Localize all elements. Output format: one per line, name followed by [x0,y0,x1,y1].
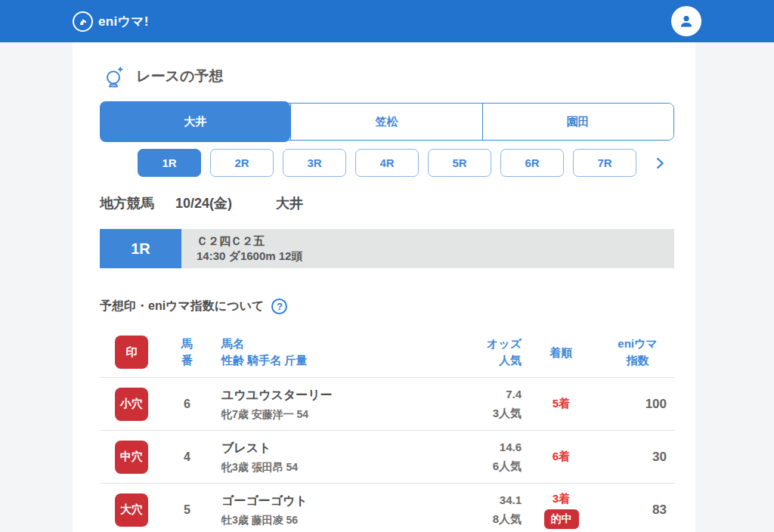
horse-number: 4 [163,450,212,464]
tab-label: 大井 [184,115,206,129]
odds-popularity: 3人気 [465,405,522,422]
app-header: eniウマ! [0,0,774,42]
odds-cell: 34.1 8人気 [465,492,522,528]
race-tab-7r[interactable]: 7R [573,149,636,177]
race-number-badge: 1R [100,229,181,268]
table-header-row: 印 馬 番 馬名 性齢 騎手名 斤量 オッズ 人気 着順 eniウマ 指数 [100,327,674,378]
race-tab-4r[interactable]: 4R [355,149,419,177]
index-value: 83 [601,503,674,518]
table-row[interactable]: 中穴 4 ブレスト 牝3歳 張田昂 54 14.6 6人気 6着 30 [100,431,674,484]
horse-detail: 牡3歳 藤田凌 56 [221,512,465,528]
header-horse-name: 馬名 性齢 騎手名 斤量 [212,336,465,370]
mark-badge: 中穴 [115,441,148,474]
help-question-icon[interactable]: ? [271,298,287,314]
race-info-body: Ｃ２四Ｃ２五 14:30 ダ1600m 12頭 [181,229,674,268]
race-tab-2r[interactable]: 2R [210,149,274,177]
horse-logo-icon [73,11,93,32]
race-number-tabs: 1R 2R 3R 4R 5R 6R 7R [138,149,674,177]
result-cell: 6着 [522,448,601,465]
race-tab-6r[interactable]: 6R [500,149,564,177]
app-logo[interactable]: eniウマ! [73,11,149,32]
race-tab-5r[interactable]: 5R [428,149,491,177]
index-value: 100 [601,397,674,412]
race-category: 地方競馬 [100,194,154,212]
race-meta-row: 地方競馬 10/24(金) 大井 [100,194,674,212]
app-logo-text: eniウマ! [98,13,149,30]
header-index: eniウマ 指数 [601,336,674,370]
race-class-name: Ｃ２四Ｃ２五 [197,234,674,249]
user-avatar-button[interactable] [671,6,701,36]
race-details: 14:30 ダ1600m 12頭 [197,249,674,264]
horse-number: 6 [163,397,212,411]
race-info-bar: 1R Ｃ２四Ｃ２五 14:30 ダ1600m 12頭 [100,229,674,268]
crystal-ball-icon [103,65,125,88]
result-text: 6着 [553,450,570,462]
tab-venue-oi[interactable]: 大井 [100,101,290,142]
result-text: 3着 [553,492,570,505]
odds-popularity: 6人気 [465,458,522,475]
horse-name-cell: ゴーゴーゴウト 牡3歳 藤田凌 56 [212,492,465,528]
race-venue: 大井 [276,194,303,212]
horse-name: ブレスト [221,439,465,457]
index-value: 30 [601,450,674,465]
tab-venue-kasamatsu[interactable]: 笠松 [290,104,481,140]
horse-name-cell: ブレスト 牝3歳 張田昂 54 [212,439,465,475]
mark-badge: 小穴 [115,388,148,421]
hit-badge: 的中 [544,509,579,529]
horse-number: 5 [163,503,212,517]
horse-name-cell: ユウユウスターリー 牝7歳 安藤洋一 54 [212,386,465,422]
mark-badge: 大穴 [115,493,148,527]
race-tab-3r[interactable]: 3R [283,149,346,177]
about-row: 予想印・eniウマ指数について ? [100,298,674,314]
tab-label: 笠松 [375,115,398,129]
tab-venue-sonoda[interactable]: 園田 [482,104,673,140]
odds-value: 7.4 [465,386,522,404]
header-result: 着順 [522,345,601,360]
odds-popularity: 8人気 [465,511,522,528]
mark-header-badge: 印 [115,336,148,369]
horse-detail: 牝3歳 張田昂 54 [221,459,465,475]
page-title: レースの予想 [136,66,223,86]
result-text: 5着 [553,397,570,410]
venue-tabs: 大井 笠松 園田 [100,103,674,141]
horse-name: ユウユウスターリー [221,386,465,404]
race-tab-1r[interactable]: 1R [138,149,201,177]
result-cell: 5着 [522,395,601,412]
header-horse-number: 馬 番 [163,336,212,369]
odds-cell: 7.4 3人気 [465,386,522,422]
odds-value: 14.6 [465,439,522,456]
race-date: 10/24(金) [175,194,232,212]
odds-cell: 14.6 6人気 [465,439,522,475]
prediction-table: 印 馬 番 馬名 性齢 騎手名 斤量 オッズ 人気 着順 eniウマ 指数 小穴… [100,327,674,532]
content-card: レースの予想 大井 笠松 園田 1R 2R 3R 4R 5R 6R 7R 地方競… [73,42,695,532]
horse-detail: 牝7歳 安藤洋一 54 [221,407,465,422]
table-row[interactable]: 小穴 6 ユウユウスターリー 牝7歳 安藤洋一 54 7.4 3人気 5着 10… [100,378,674,431]
tab-label: 園田 [567,115,590,129]
race-tabs-next-button[interactable] [652,155,668,172]
header-odds: オッズ 人気 [465,336,522,370]
horse-name: ゴーゴーゴウト [221,492,465,510]
about-label: 予想印・eniウマ指数について [100,298,264,314]
odds-value: 34.1 [465,492,522,509]
chevron-right-icon [652,155,668,172]
page-title-row: レースの予想 [103,65,674,88]
person-icon [677,12,695,30]
table-row[interactable]: 大穴 5 ゴーゴーゴウト 牡3歳 藤田凌 56 34.1 8人気 3着 的中 8… [100,484,674,532]
result-cell: 3着 的中 [522,490,601,529]
